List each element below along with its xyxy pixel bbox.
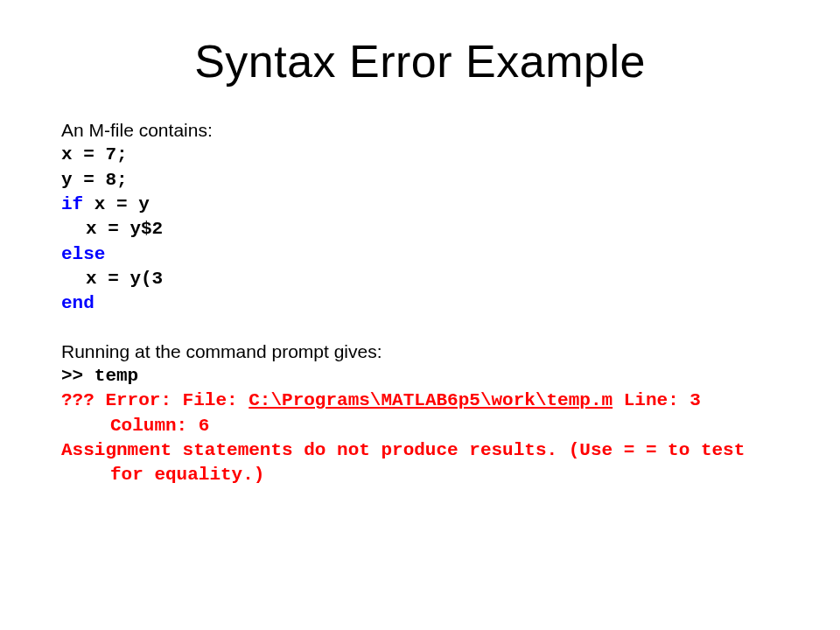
error-path: C:\Programs\MATLAB6p5\work\temp.m — [248, 390, 612, 410]
code-line-1: x = 7; — [61, 143, 779, 167]
keyword-end: end — [61, 291, 779, 316]
code-line-2: y = 8; — [61, 168, 779, 192]
error-message: Assignment statements do not produce res… — [61, 438, 779, 488]
slide-body: An M-file contains: x = 7; y = 8; if x =… — [61, 118, 779, 488]
keyword-else: else — [61, 242, 779, 267]
intro-text: An M-file contains: — [61, 118, 779, 143]
slide-title: Syntax Error Example — [61, 35, 779, 88]
spacer — [61, 317, 779, 340]
keyword-if: if — [61, 194, 83, 214]
error-line-1: ??? Error: File: C:\Programs\MATLAB6p5\w… — [61, 388, 779, 438]
prompt-line: >> temp — [61, 364, 779, 388]
code-line-3: if x = y — [61, 192, 779, 217]
code-line-4: x = y$2 — [61, 217, 779, 242]
run-label: Running at the command prompt gives: — [61, 340, 779, 364]
code-line-3-rest: x = y — [83, 194, 150, 214]
slide: Syntax Error Example An M-file contains:… — [0, 0, 840, 630]
code-line-6: x = y(3 — [61, 267, 779, 291]
error-prefix: ??? Error: File: — [61, 390, 248, 410]
